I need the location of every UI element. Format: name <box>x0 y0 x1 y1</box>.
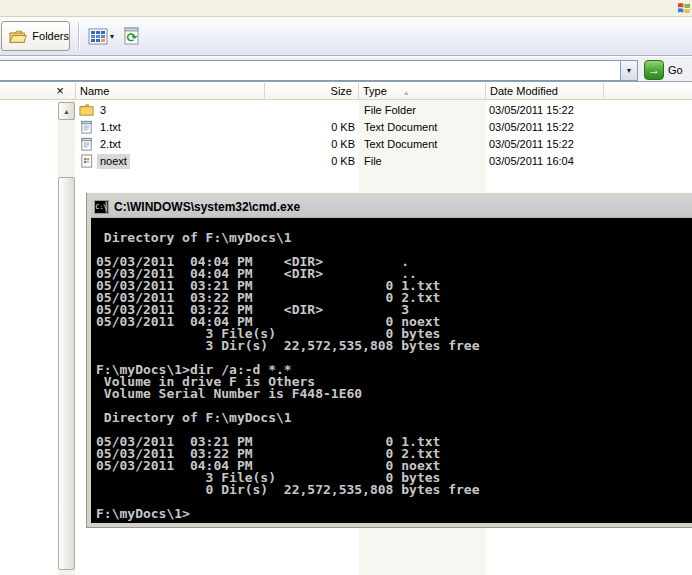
console-line: Directory of F:\myDocs\1 <box>96 232 692 244</box>
views-grid-icon <box>88 28 108 45</box>
svg-text:C:\: C:\ <box>96 203 108 211</box>
chevron-up-icon: ▲ <box>63 108 70 115</box>
column-header-type[interactable]: Type▲ <box>359 83 486 99</box>
folder-icon <box>79 103 94 117</box>
file-type: Text Document <box>364 120 437 135</box>
file-date-modified: 03/05/2011 16:04 <box>489 154 574 169</box>
text-document-icon <box>79 120 94 134</box>
file-size: 0 KB <box>265 120 355 135</box>
column-header-empty <box>604 83 691 99</box>
column-header-label: Size <box>331 85 352 97</box>
column-header-label: Date Modified <box>490 85 558 97</box>
scrollbar-thumb[interactable] <box>58 177 75 570</box>
chevron-down-icon: ▾ <box>110 32 114 41</box>
file-date-modified: 03/05/2011 15:22 <box>489 120 574 135</box>
arrow-right-icon: → <box>648 63 660 77</box>
refresh-icon: ⟳ <box>122 27 143 47</box>
file-date-modified: 03/05/2011 15:22 <box>489 137 574 152</box>
menu-bar <box>0 0 692 17</box>
windows-flag-icon <box>677 1 691 15</box>
file-size <box>265 103 355 118</box>
folders-button-label: Folders <box>32 30 69 42</box>
file-size: 0 KB <box>265 154 355 169</box>
go-button-label: Go <box>668 64 683 76</box>
address-input[interactable] <box>1 62 616 79</box>
file-name: 2.txt <box>97 137 124 152</box>
scrollbar-up-button[interactable]: ▲ <box>58 102 75 120</box>
address-dropdown-button[interactable]: ▼ <box>620 61 637 80</box>
folders-button[interactable]: Folders <box>1 21 70 51</box>
standard-buttons-toolbar: Folders ▾ ⟳ <box>0 17 692 56</box>
cmd-title-bar[interactable]: C:\ C:\WINDOWS\system32\cmd.exe <box>91 196 692 218</box>
console-line: Volume Serial Number is F448-1E60 <box>96 388 692 400</box>
address-combo: ▼ <box>0 60 638 81</box>
cmd-console-output[interactable]: Directory of F:\myDocs\1 05/03/2011 04:0… <box>91 218 692 523</box>
column-header-size[interactable]: Size <box>265 83 359 99</box>
column-header-label: Name <box>80 85 109 97</box>
console-line: 3 Dir(s) 22,572,535,808 bytes free <box>96 340 692 352</box>
file-type: File Folder <box>364 103 416 118</box>
file-row-1txt[interactable]: 1.txt 0 KB Text Document 03/05/2011 15:2… <box>76 119 692 136</box>
views-button[interactable]: ▾ <box>86 23 116 50</box>
folders-pane-header: × <box>0 83 76 100</box>
cmd-window-title: C:\WINDOWS\system32\cmd.exe <box>114 200 300 214</box>
file-size: 0 KB <box>265 137 355 152</box>
refresh-button[interactable]: ⟳ <box>120 23 145 50</box>
file-type: File <box>364 154 382 169</box>
column-header-label: Type <box>363 85 387 97</box>
file-date-modified: 03/05/2011 15:22 <box>489 103 574 118</box>
file-name: 1.txt <box>97 120 124 135</box>
text-document-icon <box>79 137 94 151</box>
cmd-prompt-icon: C:\ <box>94 200 109 214</box>
cmd-window: C:\ C:\WINDOWS\system32\cmd.exe Director… <box>86 192 692 528</box>
go-button[interactable]: → <box>644 60 664 80</box>
column-header-date-modified[interactable]: Date Modified <box>486 83 604 99</box>
file-row-2txt[interactable]: 2.txt 0 KB Text Document 03/05/2011 15:2… <box>76 136 692 153</box>
console-line: Directory of F:\myDocs\1 <box>96 412 692 424</box>
file-list-header: Name Size Type▲ Date Modified <box>76 83 692 100</box>
console-line: F:\myDocs\1> <box>96 508 692 520</box>
chevron-down-icon: ▼ <box>626 67 633 74</box>
file-row-noext[interactable]: noext 0 KB File 03/05/2011 16:04 <box>76 153 692 170</box>
file-row-folder-3[interactable]: 3 File Folder 03/05/2011 15:22 <box>76 102 692 119</box>
column-header-name[interactable]: Name <box>76 83 265 99</box>
close-icon[interactable]: × <box>52 83 68 99</box>
svg-text:⟳: ⟳ <box>127 30 138 45</box>
generic-file-icon <box>79 154 94 168</box>
explorer-window: Folders ▾ ⟳ ▼ <box>0 0 692 575</box>
folder-icon <box>9 29 27 44</box>
sort-ascending-icon: ▲ <box>403 89 410 96</box>
console-line: 0 Dir(s) 22,572,535,808 bytes free <box>96 484 692 496</box>
address-bar-row: ▼ → Go <box>0 57 692 82</box>
file-name: 3 <box>97 103 109 118</box>
toolbar-separator <box>78 22 79 50</box>
file-name: noext <box>97 154 130 169</box>
file-type: Text Document <box>364 137 437 152</box>
